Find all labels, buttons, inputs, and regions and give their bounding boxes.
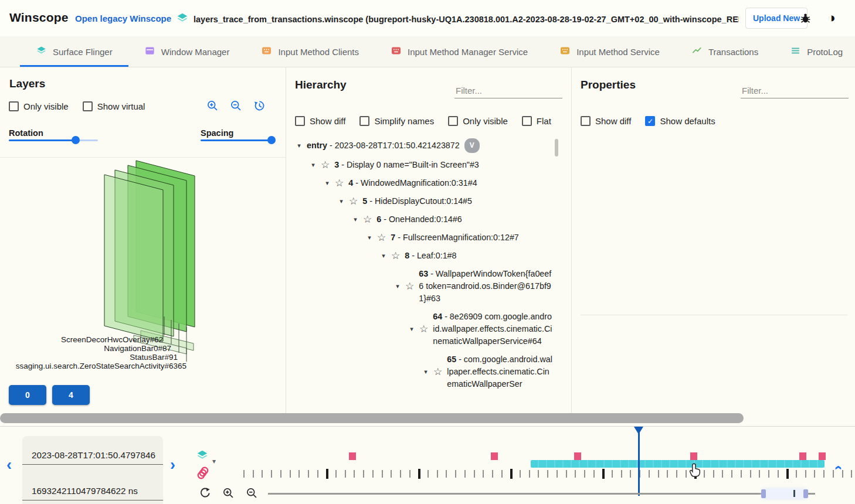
rotation-slider[interactable] bbox=[9, 134, 98, 146]
hierarchy-node-3[interactable]: ▾☆3 - Display 0 name="Built-in Screen"#3 bbox=[293, 156, 552, 174]
properties-checkbox-show-diff[interactable]: Show diff bbox=[581, 116, 631, 126]
spacing-slider[interactable] bbox=[201, 134, 274, 146]
expand-collapse-arrow-icon[interactable]: ▾ bbox=[421, 368, 430, 376]
timeline-zoom-in-icon[interactable] bbox=[222, 487, 235, 502]
checkbox-unchecked-icon[interactable] bbox=[522, 116, 532, 126]
checkbox-unchecked-icon[interactable] bbox=[83, 101, 93, 111]
pin-star-icon[interactable]: ☆ bbox=[419, 323, 428, 335]
checkbox-unchecked-icon[interactable] bbox=[448, 116, 458, 126]
checkbox-unchecked-icon[interactable] bbox=[295, 116, 305, 126]
expand-collapse-arrow-icon[interactable]: ▾ bbox=[308, 161, 318, 169]
pin-star-icon[interactable]: ☆ bbox=[391, 250, 400, 262]
dark-mode-toggle-icon[interactable]: ◑ bbox=[827, 10, 836, 26]
hierarchy-node-64[interactable]: ▾☆64 - 8e26909 com.google.android.wallpa… bbox=[293, 308, 552, 350]
pin-star-icon[interactable]: ☆ bbox=[335, 177, 344, 189]
ns-timestamp-field[interactable]: 1693242110479784622 ns bbox=[22, 486, 163, 500]
layer-id-button[interactable]: 0 bbox=[9, 385, 46, 405]
expand-collapse-arrow-icon[interactable]: ▾ bbox=[294, 142, 304, 149]
tab-transactions[interactable]: Transactions bbox=[676, 36, 774, 67]
checkbox-checked-icon[interactable]: ✓ bbox=[645, 116, 655, 126]
hierarchy-checkbox-simplify-names[interactable]: Simplify names bbox=[359, 116, 434, 126]
hierarchy-node-4[interactable]: ▾☆4 - WindowedMagnification:0:31#4 bbox=[293, 174, 552, 192]
hierarchy-node-8[interactable]: ▾☆8 - Leaf:0:1#8 bbox=[293, 247, 552, 265]
horizontal-scrollbar[interactable] bbox=[0, 413, 744, 423]
expand-collapse-arrow-icon[interactable]: ▾ bbox=[337, 197, 346, 205]
layers-checkbox-only-visible[interactable]: Only visible bbox=[9, 101, 69, 111]
tab-protolog[interactable]: ProtoLog bbox=[774, 36, 855, 67]
trace-dropdown-caret-icon[interactable]: ▾ bbox=[212, 457, 216, 465]
checkbox-unchecked-icon[interactable] bbox=[581, 116, 591, 126]
minimap-handle-left[interactable] bbox=[761, 489, 766, 498]
hierarchy-node-7[interactable]: ▾☆7 - FullscreenMagnification:0:12#7 bbox=[293, 229, 552, 247]
hierarchy-checkbox-flat[interactable]: Flat bbox=[522, 116, 551, 126]
ruler-tick bbox=[630, 470, 631, 478]
transition-marker[interactable] bbox=[690, 452, 697, 460]
transition-marker[interactable] bbox=[349, 452, 356, 460]
layers-checkbox-show-virtual[interactable]: Show virtual bbox=[83, 101, 145, 111]
properties-checkbox-show-defaults[interactable]: ✓Show defaults bbox=[645, 116, 715, 126]
pin-star-icon[interactable]: ☆ bbox=[349, 195, 358, 207]
ruler-tick bbox=[704, 470, 705, 478]
rotation-slider-thumb[interactable] bbox=[72, 136, 80, 144]
timeline-zoom-out-icon[interactable] bbox=[246, 487, 258, 502]
expand-collapse-arrow-icon[interactable]: ▾ bbox=[323, 179, 332, 187]
reset-view-history-icon[interactable] bbox=[253, 100, 266, 114]
minimap-selection[interactable] bbox=[762, 489, 807, 499]
expand-collapse-arrow-icon[interactable]: ▾ bbox=[365, 234, 374, 241]
zoom-in-icon[interactable] bbox=[206, 100, 219, 114]
pin-star-icon[interactable]: ☆ bbox=[377, 231, 386, 244]
checkbox-unchecked-icon[interactable] bbox=[359, 116, 369, 126]
hierarchy-checkbox-only-visible[interactable]: Only visible bbox=[448, 116, 508, 126]
surface-flinger-trace-icon[interactable] bbox=[196, 449, 209, 464]
collapse-timeline-chevron-icon[interactable]: › bbox=[830, 465, 844, 470]
tab-surface-flinger[interactable]: Surface Flinger bbox=[20, 36, 128, 67]
upload-new-button[interactable]: Upload New bbox=[745, 8, 808, 29]
checkbox-label: Flat bbox=[537, 116, 551, 126]
ruler-tick bbox=[400, 470, 401, 478]
minimap-track-end[interactable] bbox=[808, 493, 815, 495]
transition-marker[interactable] bbox=[491, 452, 498, 460]
pin-star-icon[interactable]: ☆ bbox=[363, 213, 372, 226]
ruler-tick bbox=[280, 470, 281, 478]
hierarchy-filter-input[interactable] bbox=[454, 83, 562, 98]
hierarchy-node-63[interactable]: ▾☆63 - WallpaperWindowToken{fa0eef6 toke… bbox=[293, 265, 552, 308]
transition-marker[interactable] bbox=[574, 452, 581, 460]
hierarchy-scrollbar[interactable] bbox=[555, 139, 558, 156]
tab-window-manager[interactable]: Window Manager bbox=[128, 36, 246, 67]
bug-report-icon[interactable] bbox=[799, 12, 812, 27]
pin-star-icon[interactable]: ☆ bbox=[321, 159, 330, 171]
timeline-range-bar[interactable] bbox=[531, 460, 825, 468]
tab-input-method-manager-service[interactable]: Input Method Manager Service bbox=[375, 36, 544, 67]
open-legacy-winscope-link[interactable]: Open legacy Winscope bbox=[75, 13, 171, 23]
hierarchy-node-65[interactable]: ▾☆65 - com.google.android.wallpaper.effe… bbox=[293, 350, 552, 393]
transition-marker[interactable] bbox=[799, 452, 806, 460]
node-label: entry - 2023-08-28T17:01:50.421423872V bbox=[307, 138, 480, 153]
expand-collapse-arrow-icon[interactable]: ▾ bbox=[351, 216, 360, 223]
zoom-out-icon[interactable] bbox=[230, 100, 242, 114]
spacing-slider-thumb[interactable] bbox=[267, 136, 276, 144]
tab-input-method-service[interactable]: Input Method Service bbox=[544, 36, 676, 67]
next-entry-chevron-icon[interactable]: › bbox=[170, 457, 175, 473]
hierarchy-node-6[interactable]: ▾☆6 - OneHanded:0:14#6 bbox=[293, 210, 552, 229]
hierarchy-node-entry[interactable]: ▾entry - 2023-08-28T17:01:50.421423872V bbox=[293, 135, 552, 156]
human-timestamp-field[interactable]: 2023-08-28T17:01:50.4797846 bbox=[22, 450, 163, 465]
transitions-trace-icon[interactable] bbox=[196, 465, 210, 483]
pin-star-icon[interactable]: ☆ bbox=[405, 280, 414, 292]
hierarchy-checkbox-show-diff[interactable]: Show diff bbox=[295, 116, 345, 126]
checkbox-unchecked-icon[interactable] bbox=[9, 101, 19, 111]
reset-zoom-icon[interactable] bbox=[198, 487, 211, 502]
properties-filter-input[interactable] bbox=[741, 83, 849, 98]
expand-collapse-arrow-icon[interactable]: ▾ bbox=[379, 252, 388, 260]
prev-entry-chevron-icon[interactable]: ‹ bbox=[6, 457, 12, 473]
minimap-handle-right[interactable] bbox=[803, 489, 808, 498]
pin-star-icon[interactable]: ☆ bbox=[433, 366, 442, 378]
timeline-cursor[interactable] bbox=[638, 427, 640, 496]
expand-collapse-arrow-icon[interactable]: ▾ bbox=[407, 325, 416, 333]
tab-input-method-clients[interactable]: Input Method Clients bbox=[245, 36, 375, 67]
hierarchy-node-5[interactable]: ▾☆5 - HideDisplayCutout:0:14#5 bbox=[293, 192, 552, 210]
ruler-tick bbox=[658, 470, 659, 478]
expand-collapse-arrow-icon[interactable]: ▾ bbox=[393, 282, 402, 290]
layer-id-button[interactable]: 4 bbox=[52, 385, 90, 405]
minimap-track[interactable] bbox=[268, 493, 762, 495]
transition-marker[interactable] bbox=[819, 452, 826, 460]
